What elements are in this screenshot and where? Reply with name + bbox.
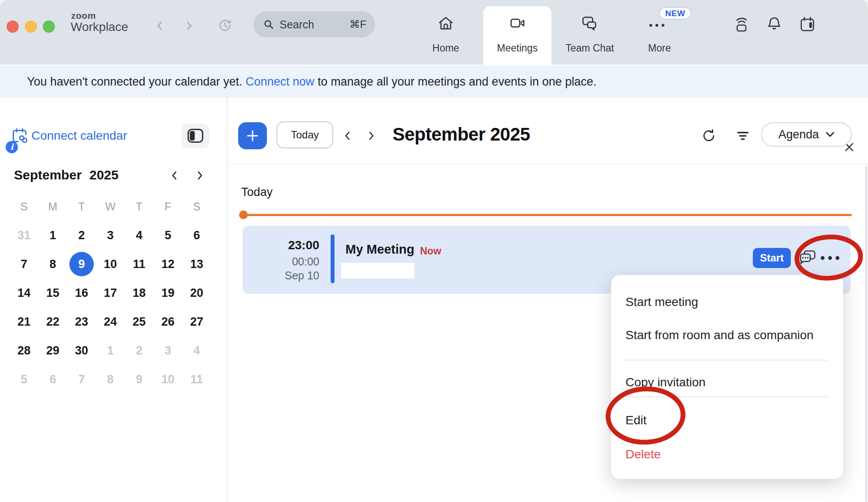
mini-calendar-day[interactable]: 4 [125,221,154,250]
refresh-icon[interactable] [700,127,718,144]
close-window-button[interactable] [7,21,19,33]
minimize-window-button[interactable] [25,21,37,33]
mini-calendar-day[interactable]: 13 [182,250,211,279]
forward-icon[interactable] [182,19,195,32]
new-badge: NEW [659,7,691,20]
mini-calendar-day[interactable]: 5 [10,365,38,394]
meeting-id-redacted [341,263,414,279]
mini-calendar-day[interactable]: 6 [182,221,211,250]
mini-calendar-day-header: M [38,192,67,221]
mini-calendar-day[interactable]: 3 [154,336,182,365]
menu-item-edit[interactable]: Edit [625,412,831,429]
mini-calendar-day[interactable]: 29 [38,336,67,365]
mini-calendar-day[interactable]: 22 [38,307,67,336]
mini-calendar-day[interactable]: 24 [96,307,125,336]
meeting-more-icon[interactable] [819,255,841,261]
mini-calendar-day[interactable]: 2 [125,336,154,365]
mini-calendar-day-selected[interactable]: 9 [67,250,96,279]
connect-now-link[interactable]: Connect now [246,75,314,89]
mini-calendar-day[interactable]: 21 [10,307,38,336]
mini-calendar-day[interactable]: 28 [10,336,38,365]
collapse-panel-button[interactable] [181,124,209,148]
mini-calendar-day[interactable]: 2 [67,221,96,250]
rooms-device-icon[interactable] [732,15,751,34]
mini-calendar-day[interactable]: 10 [96,250,125,279]
meeting-title: My Meeting [345,242,414,257]
zoom-logo: zoom [71,10,96,21]
panel-toggle-icon [188,129,203,143]
banner-text-after: to manage all your meetings and events i… [314,75,597,89]
connect-calendar-link[interactable]: Connect calendar [31,129,127,143]
maximize-window-button[interactable] [43,21,55,33]
connect-calendar-banner: i You haven't connected your calendar ye… [0,65,868,98]
mini-calendar-day-header: T [125,192,154,221]
mini-calendar-day[interactable]: 7 [10,250,38,279]
mini-calendar-day[interactable]: 11 [182,365,211,394]
tab-meetings[interactable]: Meetings [487,6,548,65]
mini-calendar-day[interactable]: 27 [182,307,211,336]
mini-calendar-day-header: W [96,192,125,221]
mini-calendar-day[interactable]: 26 [154,307,182,336]
view-selector-dropdown[interactable]: Agenda [761,122,852,147]
add-meeting-button[interactable] [238,122,267,149]
tab-team-chat[interactable]: Team Chat [559,6,620,65]
more-icon [646,22,673,29]
start-meeting-button[interactable]: Start [753,248,791,268]
mini-calendar-day[interactable]: 18 [125,279,154,307]
mini-calendar-day[interactable]: 31 [10,221,38,250]
mini-calendar-prev-icon[interactable] [168,169,181,182]
mini-calendar-day[interactable]: 14 [10,279,38,307]
banner-message: You haven't connected your calendar yet.… [27,65,597,98]
today-button[interactable]: Today [277,121,333,148]
menu-item-start-from-room-and-as-companion[interactable]: Start from room and as companion [625,327,831,344]
menu-item-copy-invitation[interactable]: Copy invitation [625,374,831,391]
mini-calendar-year: 2025 [89,168,119,182]
mini-calendar-day[interactable]: 19 [154,279,182,307]
tab-home-label: Home [415,42,476,54]
workplace-logo: Workplace [71,20,128,34]
mini-calendar-day[interactable]: 20 [182,279,211,307]
mini-calendar-day[interactable]: 12 [154,250,182,279]
history-icon[interactable] [217,17,233,33]
next-period-icon[interactable] [366,130,377,141]
zoom-workplace-window: zoom Workplace Search ⌘F [0,0,868,502]
mini-calendar-day[interactable]: 25 [125,307,154,336]
mini-calendar-day[interactable]: 1 [96,336,125,365]
mini-calendar-day[interactable]: 11 [125,250,154,279]
mini-calendar-day[interactable]: 23 [67,307,96,336]
mini-calendar-day[interactable]: 5 [154,221,182,250]
mini-calendar-grid: SMTWTFS311234567891011121314151617181920… [10,192,211,394]
mini-calendar-day[interactable]: 16 [67,279,96,307]
mini-calendar-day[interactable]: 10 [154,365,182,394]
mini-calendar-day[interactable]: 15 [38,279,67,307]
back-icon[interactable] [154,19,167,32]
today-section-label: Today [241,186,273,199]
menu-item-start-meeting[interactable]: Start meeting [625,293,831,311]
mini-calendar-day[interactable]: 1 [38,221,67,250]
notifications-bell-icon[interactable] [765,15,784,34]
vertical-scrollbar[interactable] [865,166,867,502]
mini-calendar-day[interactable]: 8 [38,250,67,279]
calendar-icon[interactable] [798,15,817,34]
tab-more-label: More [629,42,690,54]
mini-calendar-day[interactable]: 17 [96,279,125,307]
mini-calendar-day-header: S [10,192,38,221]
mini-calendar-day[interactable]: 8 [96,365,125,394]
search-icon [262,18,275,31]
meeting-chat-icon[interactable] [798,249,817,267]
connect-calendar-icon [11,127,29,144]
search-input[interactable]: Search ⌘F [253,11,375,38]
mini-calendar-day[interactable]: 4 [182,336,211,365]
mini-calendar-day[interactable]: 6 [38,365,67,394]
tab-team-chat-label: Team Chat [559,42,620,54]
menu-item-delete[interactable]: Delete [625,446,831,463]
mini-calendar-next-icon[interactable] [194,169,206,182]
mini-calendar-day[interactable]: 9 [125,365,154,394]
mini-calendar-day[interactable]: 7 [67,365,96,394]
tab-home[interactable]: Home [415,6,476,65]
mini-calendar-day[interactable]: 3 [96,221,125,250]
filter-icon[interactable] [734,127,752,144]
mini-calendar-day[interactable]: 30 [67,336,96,365]
banner-text-before: You haven't connected your calendar yet. [27,75,246,89]
prev-period-icon[interactable] [342,130,353,141]
